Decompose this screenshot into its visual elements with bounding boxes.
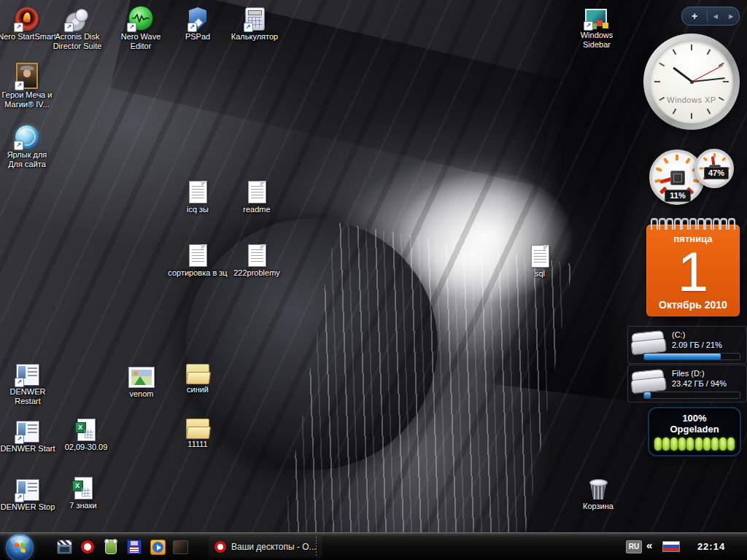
desktop-icon-11111-folder[interactable]: 11111 [167, 412, 228, 449]
desktop-icon-readme[interactable]: readme [226, 177, 287, 214]
battery-cell [662, 438, 670, 451]
desktop-icon-excel-0209[interactable]: 02,09-30.09 [55, 415, 117, 452]
battery-cell [727, 438, 735, 451]
drive-usage-bar [643, 353, 740, 360]
drive-usage: 23.42 ГБ / 94% [672, 379, 727, 388]
quicklaunch-player-button[interactable] [149, 538, 166, 556]
desktop-icon-site-shortcut[interactable]: Ярлык для Для сайта [0, 122, 58, 169]
taskbar-task-button[interactable]: Ваши десктопы - O... [209, 536, 322, 558]
flag-quadrant [20, 542, 26, 548]
desktop-icon-sql[interactable]: sql [509, 241, 570, 279]
shortcut-arrow-icon [15, 493, 24, 502]
quicklaunch-disk-button[interactable] [125, 538, 143, 556]
shortcut-arrow-icon [14, 23, 23, 32]
clock-tick [723, 81, 729, 82]
quicklaunch-media-button[interactable] [55, 538, 73, 556]
drive-name: Files (D:) [672, 369, 705, 378]
clock-center-cap [690, 80, 694, 84]
quicklaunch-messenger-button[interactable] [102, 538, 120, 556]
cpu-meter-gadget[interactable]: 47% 11% [646, 146, 743, 213]
language-indicator[interactable]: RU [626, 540, 642, 553]
next-gadget-button[interactable]: ▶ [724, 13, 740, 20]
battery-cell [678, 438, 686, 451]
desktop-icon-heroes[interactable]: Герои Меча и Магии® IV... [0, 63, 58, 109]
shortcut-arrow-icon [15, 81, 24, 90]
calendar-gadget[interactable]: пятница 1 Октябрь 2010 [646, 225, 740, 316]
excel-file-icon [77, 419, 96, 441]
desktop-icon-label: Герои Меча и Магии® IV... [0, 90, 58, 109]
image-file-icon [128, 367, 155, 388]
spiral-ring [681, 218, 689, 230]
desktop-icon-label: venom [129, 389, 153, 399]
desktop-icon-sortirovka[interactable]: сортировка в зц [167, 241, 228, 278]
clock-gadget[interactable]: Windows XP [643, 34, 740, 130]
drive-usage: 2.09 ГБ / 21% [672, 341, 722, 349]
flag-quadrant [20, 548, 26, 553]
desktop-icon-label: Ярлык для Для сайта [4, 150, 50, 169]
desktop-icon-label: 02,09-30.09 [65, 443, 108, 452]
desktop-icon-venom[interactable]: venom [111, 362, 172, 399]
shortcut-arrow-icon [14, 141, 23, 150]
sun-shape [133, 371, 138, 376]
add-gadget-button[interactable]: + [682, 10, 707, 22]
spiral-ring [674, 218, 681, 230]
desktop-icon-denwer-restart[interactable]: DENWER Restart [0, 359, 58, 406]
desktop-icon-label: Nero Wave Editor [110, 32, 171, 51]
drive-c-row[interactable]: (C:) 2.09 ГБ / 21% [627, 326, 747, 364]
desktop-icon-label: readme [243, 205, 270, 214]
text-document-icon [248, 244, 266, 267]
start-button[interactable] [6, 534, 34, 560]
gauge-tick [676, 155, 678, 160]
calendar-month-year: Октябрь 2010 [646, 299, 740, 311]
battery-cells [654, 438, 735, 451]
spiral-ring [705, 218, 712, 230]
desktop-icon-label: PSPad [185, 32, 210, 42]
cpu-usage-badge: 11% [665, 190, 691, 202]
desktop-icon-siniy-folder[interactable]: синий [167, 357, 228, 394]
drive-name: (C:) [672, 330, 685, 339]
drive-d-row[interactable]: Files (D:) 23.42 ГБ / 94% [627, 365, 747, 402]
desktop-icon-calculator[interactable]: Калькулятор [224, 4, 285, 42]
shortcut-arrow-icon [127, 23, 136, 32]
desktop-icon-windows-sidebar[interactable]: Windows Sidebar [566, 3, 627, 50]
desktop-screen: Nero StartSmart Acronis Disk Director Su… [0, 0, 747, 560]
desktop-icon-excel-7znaki[interactable]: 7 знаки [53, 473, 114, 510]
desktop-icon-denwer-stop[interactable]: DENWER Stop [0, 475, 58, 512]
spiral-ring [728, 218, 735, 230]
floppy-disk-icon [127, 540, 142, 554]
text-document-icon [248, 181, 266, 203]
desktop-icon-nero-wave[interactable]: Nero Wave Editor [110, 4, 171, 51]
quicklaunch-photo-button[interactable] [171, 538, 189, 556]
desktop-icon-icq-notes[interactable]: icq зы [167, 177, 228, 214]
clock-tick [707, 49, 711, 55]
battery-gadget[interactable]: 100% Opgeladen [648, 407, 741, 456]
desktop-icon-label: DENWER Restart [0, 387, 58, 406]
hour-hand [673, 67, 692, 83]
prev-gadget-button[interactable]: ◀ [708, 13, 724, 20]
desktop-icon-recycle-bin[interactable]: Корзина [568, 474, 629, 511]
desktop-icon-label: 222problemy [233, 268, 280, 278]
keyboard-flag-icon[interactable] [662, 541, 680, 552]
desktop-icon-label: 7 знаки [69, 501, 96, 510]
tray-collapse-chevrons[interactable]: « [646, 539, 652, 551]
desktop-icon-denwer-start[interactable]: DENWER Start [0, 416, 58, 454]
taskbar-clock[interactable]: 22:14 [686, 541, 737, 552]
desktop-icon-222problemy[interactable]: 222problemy [226, 241, 287, 278]
spiral-ring [651, 218, 658, 230]
desktop-icon-acronis[interactable]: Acronis Disk Director Suite [47, 4, 108, 51]
calendar-day-number: 1 [646, 244, 740, 300]
desktop-icon-label: синий [187, 385, 209, 394]
recycle-bin-icon [588, 477, 608, 500]
desktop-icon-pspad[interactable]: PSPad [167, 4, 228, 42]
waveform-icon [132, 14, 150, 23]
cpu-chip-icon [670, 171, 685, 185]
text-document-icon [189, 181, 207, 203]
text-document-icon [189, 244, 207, 267]
battery-cell [686, 438, 694, 451]
desktop-icon-label: sql [535, 269, 545, 279]
quicklaunch-opera-button[interactable] [79, 538, 96, 556]
desktop-icon-label: DENWER Start [0, 444, 55, 454]
text-document-icon [531, 245, 549, 268]
battery-cell [654, 438, 662, 451]
shortcut-arrow-icon [187, 23, 197, 32]
